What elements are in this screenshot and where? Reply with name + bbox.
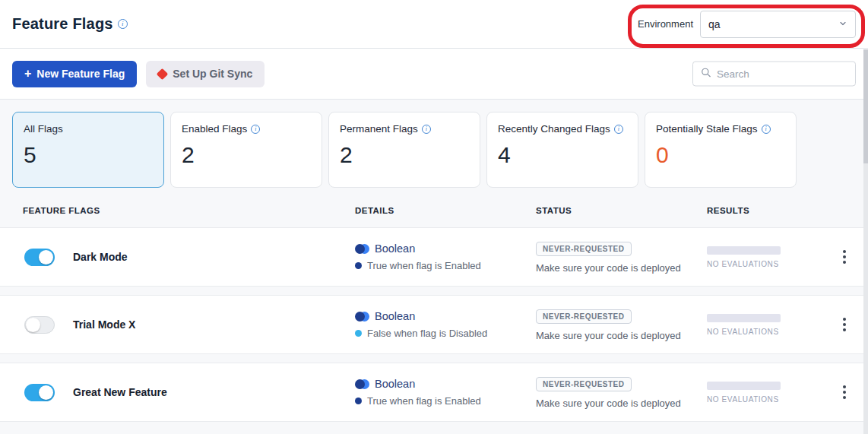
stat-label: Enabled Flags: [182, 123, 247, 135]
environment-label: Environment: [638, 18, 693, 30]
results-cell: NO EVALUATIONS: [707, 382, 821, 404]
flag-toggle[interactable]: [24, 316, 55, 334]
flag-name[interactable]: Great New Feature: [73, 386, 167, 398]
stat-card-enabled-flags[interactable]: Enabled Flags i 2: [170, 112, 322, 188]
environment-select[interactable]: qa: [700, 11, 856, 38]
column-feature-flags: FEATURE FLAGS: [0, 206, 355, 215]
search-input[interactable]: [717, 68, 847, 80]
flag-name[interactable]: Trial Mode X: [73, 318, 135, 331]
page-title: Feature Flags: [12, 15, 113, 33]
details-cell: Boolean True when flag is Enabled: [355, 242, 536, 271]
git-sync-label: Set Up Git Sync: [173, 68, 252, 80]
stat-label: Permanent Flags: [340, 123, 418, 135]
stat-value: 0: [656, 142, 785, 168]
toggle-knob: [39, 250, 53, 265]
status-text: Make sure your code is deployed: [536, 398, 707, 409]
kebab-menu[interactable]: [838, 313, 851, 336]
stat-card-all-flags[interactable]: All Flags 5: [12, 112, 164, 188]
flag-toggle[interactable]: [24, 384, 55, 401]
stat-value: 4: [498, 142, 627, 168]
status-badge: NEVER-REQUESTED: [536, 242, 632, 256]
stat-value: 2: [340, 142, 469, 168]
results-text: NO EVALUATIONS: [707, 395, 821, 404]
stat-card-permanent-flags[interactable]: Permanent Flags i 2: [328, 112, 480, 188]
status-cell: NEVER-REQUESTED Make sure your code is d…: [536, 309, 707, 341]
default-value-text: True when flag is Enabled: [367, 260, 481, 271]
toggle-knob: [39, 385, 53, 400]
results-bar: [707, 314, 781, 322]
status-text: Make sure your code is deployed: [536, 262, 707, 274]
info-icon[interactable]: i: [614, 125, 623, 134]
search-icon: [701, 67, 711, 81]
flag-type: Boolean: [375, 378, 415, 390]
environment-control: Environment qa: [638, 11, 856, 38]
flag-cell: Great New Feature: [0, 384, 355, 401]
toggle-knob: [26, 318, 40, 332]
status-cell: NEVER-REQUESTED Make sure your code is d…: [536, 241, 707, 274]
kebab-menu[interactable]: [838, 246, 851, 268]
plus-icon: [24, 68, 31, 80]
results-cell: NO EVALUATIONS: [707, 314, 821, 336]
stat-label: Potentially Stale Flags: [656, 123, 758, 135]
info-icon[interactable]: i: [118, 19, 128, 29]
flag-row-great-new-feature: Great New Feature Boolean True when flag…: [0, 363, 868, 422]
info-icon[interactable]: i: [422, 125, 431, 134]
boolean-type-icon: [355, 312, 369, 322]
results-cell: NO EVALUATIONS: [707, 246, 821, 268]
flag-cell: Trial Mode X: [0, 316, 355, 334]
results-text: NO EVALUATIONS: [707, 328, 821, 336]
toolbar: New Feature Flag Set Up Git Sync: [0, 49, 868, 100]
results-bar: [707, 382, 781, 390]
default-value-dot: [355, 330, 362, 337]
default-value-dot: [355, 262, 362, 269]
scrollbar-thumb[interactable]: [863, 49, 868, 163]
stat-label: Recently Changed Flags: [498, 123, 610, 135]
header: Feature Flags i Environment qa: [0, 0, 868, 49]
info-icon[interactable]: i: [251, 125, 260, 134]
results-bar: [707, 246, 781, 255]
chevron-down-icon: [838, 18, 847, 30]
details-cell: Boolean True when flag is Enabled: [355, 378, 536, 407]
boolean-type-icon: [355, 244, 369, 254]
results-text: NO EVALUATIONS: [707, 260, 821, 268]
flag-row-trial-mode-x: Trial Mode X Boolean False when flag is …: [0, 295, 868, 354]
stats-cards: All Flags 5 Enabled Flags i 2 Permanent …: [0, 100, 868, 194]
boolean-type-icon: [355, 379, 369, 389]
git-sync-button[interactable]: Set Up Git Sync: [146, 61, 265, 87]
status-badge: NEVER-REQUESTED: [536, 377, 632, 391]
new-feature-flag-label: New Feature Flag: [36, 68, 125, 80]
default-value-text: True when flag is Enabled: [367, 395, 481, 407]
details-cell: Boolean False when flag is Disabled: [355, 310, 536, 339]
column-results: RESULTS: [707, 206, 821, 215]
status-text: Make sure your code is deployed: [536, 330, 707, 341]
status-badge: NEVER-REQUESTED: [536, 309, 632, 324]
table-header: FEATURE FLAGS DETAILS STATUS RESULTS: [0, 194, 868, 227]
flag-name[interactable]: Dark Mode: [73, 251, 128, 263]
stat-label: All Flags: [24, 123, 63, 135]
flag-toggle[interactable]: [24, 249, 55, 266]
stat-value: 5: [24, 142, 153, 168]
info-icon[interactable]: i: [762, 125, 771, 134]
kebab-menu[interactable]: [838, 381, 851, 404]
stat-value: 2: [182, 142, 311, 168]
flag-type: Boolean: [375, 242, 415, 255]
stat-card-potentially-stale-flags[interactable]: Potentially Stale Flags i 0: [645, 112, 797, 188]
flag-type: Boolean: [375, 310, 415, 322]
environment-value: qa: [708, 18, 721, 30]
new-feature-flag-button[interactable]: New Feature Flag: [12, 61, 137, 87]
stat-card-recently-changed-flags[interactable]: Recently Changed Flags i 4: [486, 112, 638, 188]
default-value-text: False when flag is Disabled: [367, 328, 487, 339]
status-cell: NEVER-REQUESTED Make sure your code is d…: [536, 376, 707, 409]
title-wrap: Feature Flags i: [12, 15, 128, 33]
feature-flags-page: Feature Flags i Environment qa New Featu…: [0, 0, 868, 434]
column-status: STATUS: [536, 206, 707, 215]
column-details: DETAILS: [355, 206, 536, 215]
flag-cell: Dark Mode: [0, 249, 355, 266]
search-box: [692, 62, 856, 87]
default-value-dot: [355, 398, 362, 404]
git-icon: [157, 68, 169, 80]
flag-row-dark-mode: Dark Mode Boolean True when flag is Enab…: [0, 227, 868, 287]
vertical-scrollbar[interactable]: [863, 49, 868, 434]
